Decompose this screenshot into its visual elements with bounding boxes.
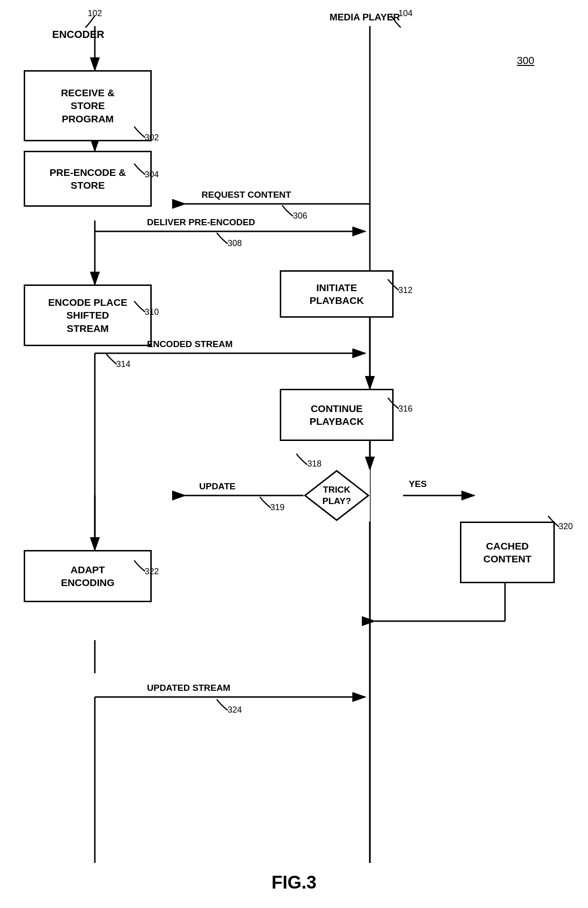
trick-play-diamond: TRICKPLAY? xyxy=(303,469,370,522)
continue-playback-label: CONTINUEPLAYBACK xyxy=(310,402,364,428)
pre-encode-box: PRE-ENCODE &STORE xyxy=(24,151,152,207)
cached-content-box: CACHEDCONTENT xyxy=(460,522,555,583)
continue-playback-box: CONTINUEPLAYBACK xyxy=(280,389,394,441)
encoder-label: ENCODER xyxy=(52,28,104,41)
updated-stream-label: UPDATED STREAM xyxy=(147,683,230,693)
encode-place-box: ENCODE PLACESHIFTEDSTREAM xyxy=(24,284,152,346)
encoded-stream-label: ENCODED STREAM xyxy=(147,339,233,349)
request-content-label: REQUEST CONTENT xyxy=(202,190,291,200)
receive-store-label: RECEIVE &STOREPROGRAM xyxy=(61,86,114,125)
update-label: UPDATE xyxy=(199,481,236,492)
yes-label: YES xyxy=(409,479,427,489)
fig-label: FIG.3 xyxy=(232,872,356,893)
pre-encode-label: PRE-ENCODE &STORE xyxy=(49,166,126,192)
deliver-preencoded-label: DELIVER PRE-ENCODED xyxy=(147,217,255,228)
cached-content-label: CACHEDCONTENT xyxy=(483,540,532,566)
adapt-encoding-label: ADAPTENCODING xyxy=(61,563,114,589)
encode-place-label: ENCODE PLACESHIFTEDSTREAM xyxy=(48,296,128,335)
trick-play-label: TRICKPLAY? xyxy=(322,485,351,506)
initiate-playback-label: INITIATEPLAYBACK xyxy=(310,281,364,307)
diagram-ref: 300 xyxy=(517,55,534,67)
initiate-playback-box: INITIATEPLAYBACK xyxy=(280,270,394,318)
